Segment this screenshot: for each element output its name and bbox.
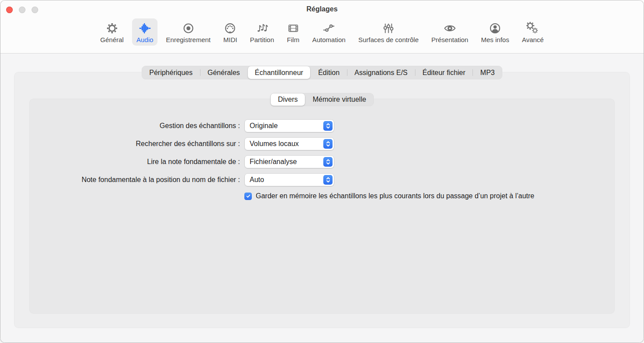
- chevron-up-down-icon: [323, 139, 333, 149]
- form-row-gestion-echantillons: Gestion des échantillons : Originale: [27, 120, 334, 132]
- film-icon: [287, 21, 300, 35]
- toolbar-item-film[interactable]: Film: [283, 18, 304, 46]
- user-icon: [489, 21, 501, 35]
- settings-toolbar: Général Audio: [0, 18, 644, 46]
- titlebar: Réglages Général: [0, 0, 644, 54]
- toolbar-item-enregistrement[interactable]: Enregistrement: [161, 18, 215, 46]
- search-volumes-popup[interactable]: Volumes locaux: [245, 138, 334, 150]
- field-label: Rechercher des échantillons sur :: [27, 140, 240, 148]
- tab-peripheriques[interactable]: Périphériques: [142, 66, 200, 79]
- music-notes-icon: [256, 21, 268, 35]
- audio-tab-bar: Périphériques Générales Échantillonneur …: [142, 66, 502, 79]
- automation-nodes-icon: [322, 21, 335, 35]
- subtab-divers[interactable]: Divers: [271, 93, 304, 106]
- keep-samples-checkbox[interactable]: [244, 193, 252, 200]
- toolbar-item-label: Surfaces de contrôle: [358, 36, 419, 43]
- form-row-rechercher-echantillons: Rechercher des échantillons sur : Volume…: [27, 138, 334, 150]
- gears-icon: [526, 21, 539, 35]
- gear-icon: [106, 21, 118, 35]
- field-label: Note fondamentale à la position du nom d…: [27, 176, 240, 184]
- chevron-up-down-icon: [323, 157, 333, 167]
- toolbar-item-avance[interactable]: Avancé: [518, 18, 548, 46]
- form-row-note-fondamentale-position: Note fondamentale à la position du nom d…: [27, 174, 334, 186]
- toolbar-item-label: Automation: [312, 36, 346, 43]
- toolbar-item-audio[interactable]: Audio: [132, 18, 157, 46]
- field-label: Gestion des échantillons :: [27, 122, 240, 130]
- eye-icon: [444, 21, 456, 35]
- read-root-note-popup[interactable]: Fichier/analyse: [245, 156, 334, 168]
- keep-samples-label: Garder en mémoire les échantillons les p…: [256, 192, 534, 200]
- toolbar-item-midi[interactable]: MIDI: [219, 18, 242, 46]
- tab-echantillonneur[interactable]: Échantillonneur: [248, 66, 310, 79]
- popup-value: Fichier/analyse: [250, 156, 297, 168]
- toolbar-item-label: MIDI: [223, 36, 237, 43]
- toolbar-item-label: Enregistrement: [166, 36, 211, 43]
- toolbar-item-general[interactable]: Général: [96, 18, 128, 46]
- tab-assignations-es[interactable]: Assignations E/S: [347, 66, 415, 79]
- toolbar-item-mes-infos[interactable]: Mes infos: [476, 18, 513, 46]
- chevron-up-down-icon: [323, 121, 333, 131]
- midi-connector-icon: [224, 21, 236, 35]
- tab-generales[interactable]: Générales: [200, 66, 247, 79]
- sample-management-popup[interactable]: Originale: [245, 120, 334, 132]
- popup-value: Volumes locaux: [250, 138, 299, 150]
- window-title: Réglages: [0, 5, 644, 13]
- toolbar-item-label: Partition: [250, 36, 274, 43]
- root-note-position-popup[interactable]: Auto: [245, 174, 334, 186]
- tab-edition[interactable]: Édition: [311, 66, 347, 79]
- toolbar-item-automation[interactable]: Automation: [308, 18, 350, 46]
- waveform-icon: [139, 21, 151, 35]
- sliders-icon: [382, 21, 395, 35]
- toolbar-item-surfaces-de-controle[interactable]: Surfaces de contrôle: [354, 18, 423, 46]
- record-icon: [182, 21, 195, 35]
- toolbar-item-partition[interactable]: Partition: [246, 18, 279, 46]
- subtab-memoire-virtuelle[interactable]: Mémoire virtuelle: [305, 93, 374, 106]
- chevron-up-down-icon: [323, 175, 333, 185]
- toolbar-item-label: Mes infos: [481, 36, 509, 43]
- popup-value: Auto: [250, 174, 264, 186]
- toolbar-item-label: Avancé: [522, 36, 544, 43]
- tab-mp3[interactable]: MP3: [473, 66, 502, 79]
- toolbar-item-label: Présentation: [431, 36, 468, 43]
- form-row-lire-note-fondamentale: Lire la note fondamentale de : Fichier/a…: [27, 156, 334, 168]
- tab-editeur-fichier[interactable]: Éditeur fichier: [415, 66, 473, 79]
- settings-content: Périphériques Générales Échantillonneur …: [0, 54, 644, 343]
- keep-samples-row: Garder en mémoire les échantillons les p…: [244, 192, 534, 200]
- toolbar-item-label: Audio: [136, 36, 153, 43]
- settings-window: Réglages Général: [0, 0, 644, 343]
- popup-value: Originale: [250, 120, 278, 132]
- sampler-divers-form: Gestion des échantillons : Originale Rec…: [27, 120, 334, 192]
- toolbar-item-label: Film: [287, 36, 299, 43]
- field-label: Lire la note fondamentale de :: [27, 158, 240, 166]
- toolbar-item-presentation[interactable]: Présentation: [427, 18, 472, 46]
- toolbar-item-label: Général: [100, 36, 124, 43]
- sampler-subtab-bar: Divers Mémoire virtuelle: [270, 93, 373, 106]
